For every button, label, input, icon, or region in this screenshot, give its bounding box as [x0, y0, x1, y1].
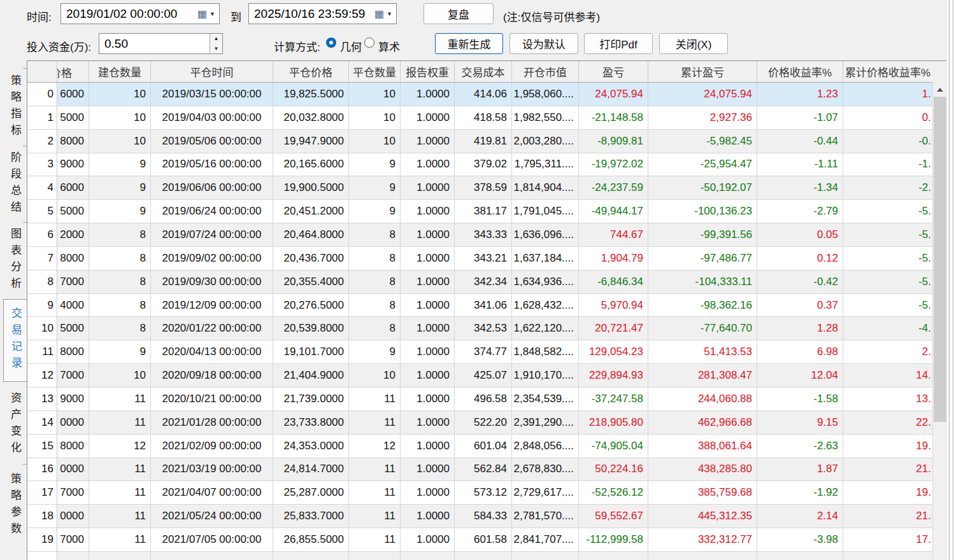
- geometric-radio[interactable]: [326, 38, 336, 48]
- calendar-icon[interactable]: ▦: [197, 8, 207, 20]
- column-header-9[interactable]: 盈亏: [579, 61, 648, 82]
- column-header-4[interactable]: 平仓价格: [273, 61, 349, 82]
- table-row[interactable]: 4600092019/06/06 00:00:0019,900.500091.0…: [27, 176, 932, 200]
- column-header-10[interactable]: 累计盈亏: [648, 61, 757, 82]
- table-row[interactable]: 127000102020/09/18 00:00:0021,404.900010…: [27, 364, 932, 388]
- cell: 2021/03/19 00:00:00: [151, 458, 273, 482]
- table-row[interactable]: 158000122021/02/09 00:00:0024,353.000012…: [27, 435, 932, 458]
- column-header-2[interactable]: 建仓数量: [89, 61, 151, 82]
- arithmetic-radio[interactable]: [364, 38, 374, 48]
- row-index[interactable]: 6: [27, 223, 57, 247]
- table-row[interactable]: 8700082019/09/30 00:00:0020,355.400081.0…: [27, 270, 932, 294]
- sidebar-tab-3[interactable]: 图表分析: [2, 224, 26, 298]
- table-row[interactable]: 7800082019/09/02 00:00:0020,436.700081.0…: [27, 247, 932, 270]
- row-index[interactable]: [27, 552, 57, 560]
- date-from-input[interactable]: 2019/01/02 00:00:00 ▦ ▼: [61, 3, 220, 24]
- table-row[interactable]: 160000112021/03/19 00:00:0024,814.700011…: [27, 458, 932, 482]
- date-to-input[interactable]: 2025/10/16 23:59:59 ▦ ▼: [248, 3, 397, 24]
- cell: 10: [89, 83, 151, 106]
- row-index[interactable]: 16: [27, 458, 57, 482]
- cell: 24,814.7000: [273, 458, 349, 482]
- row-index[interactable]: 4: [27, 176, 57, 200]
- replay-button[interactable]: 复盘: [424, 3, 494, 24]
- cell: 22.: [843, 411, 932, 435]
- column-header-6[interactable]: 报告权重: [401, 61, 455, 82]
- row-index[interactable]: 0: [27, 83, 57, 106]
- row-index[interactable]: 8: [27, 270, 57, 294]
- cell: 2019/03/15 00:00:00: [151, 83, 273, 106]
- cell: -5.: [843, 294, 932, 318]
- row-index[interactable]: 7: [27, 247, 57, 270]
- scrollbar-thumb[interactable]: [934, 97, 946, 422]
- cell: 1.87: [757, 458, 843, 482]
- cell: 1.0000: [401, 247, 455, 270]
- calendar-icon[interactable]: ▦: [374, 8, 384, 20]
- geometric-radio-label[interactable]: 几何: [340, 38, 362, 54]
- vertical-scrollbar[interactable]: [932, 83, 946, 560]
- cell: 10: [89, 130, 151, 153]
- table-row[interactable]: 6200082019/07/24 00:00:0020,464.800081.0…: [27, 223, 932, 247]
- row-index[interactable]: 13: [27, 388, 57, 411]
- sidebar-tab-5[interactable]: 资产变化: [2, 387, 26, 463]
- cell: 129,054.23: [579, 340, 648, 364]
- row-index[interactable]: 2: [27, 130, 57, 153]
- cell: 1.0000: [401, 364, 455, 388]
- column-header-12[interactable]: 累计价格收益率%: [843, 61, 932, 82]
- max-capital-spinbox[interactable]: 0.50 ▲ ▼: [99, 33, 223, 54]
- cell: 11: [89, 411, 151, 435]
- sidebar-tab-4[interactable]: 交易记录: [3, 299, 27, 382]
- table-row[interactable]: 9400082019/12/09 00:00:0020,276.500081.0…: [27, 294, 932, 318]
- column-header-11[interactable]: 价格收益率%: [757, 61, 843, 82]
- sidebar-tab-2[interactable]: 阶段总结: [2, 148, 26, 221]
- row-index[interactable]: 3: [27, 153, 57, 177]
- column-header-8[interactable]: 开仓市值: [512, 61, 579, 82]
- row-index[interactable]: 1: [27, 106, 57, 130]
- set-default-button[interactable]: 设为默认: [509, 33, 578, 54]
- table-row[interactable]: 177000112021/04/07 00:00:0025,287.000011…: [27, 481, 932, 505]
- print-pdf-button[interactable]: 打印Pdf: [584, 33, 653, 54]
- column-header-label: 报告权重: [406, 64, 449, 80]
- table-row[interactable]: 180000112021/05/24 00:00:0025,833.700011…: [27, 505, 932, 528]
- row-index[interactable]: 19: [27, 528, 57, 552]
- row-index[interactable]: 5: [27, 200, 57, 223]
- table-row[interactable]: 139000112020/10/21 00:00:0021,739.000011…: [27, 388, 932, 411]
- table-row[interactable]: 10500082020/01/22 00:00:0020,539.800081.…: [27, 317, 932, 340]
- cell: 0.05: [757, 223, 843, 247]
- close-button[interactable]: 关闭(X): [659, 33, 728, 54]
- cell: [349, 552, 401, 560]
- row-index[interactable]: 14: [27, 411, 57, 435]
- row-index[interactable]: 10: [27, 317, 57, 340]
- column-header-7[interactable]: 交易成本: [455, 61, 512, 82]
- chevron-down-icon[interactable]: ▼: [210, 11, 215, 17]
- cell: 496.58: [455, 388, 512, 411]
- table-row[interactable]: 197000112021/07/05 00:00:0026,855.500011…: [27, 528, 932, 552]
- table-row[interactable]: 3900092019/05/16 00:00:0020,165.600091.0…: [27, 153, 932, 177]
- row-index[interactable]: 18: [27, 505, 57, 528]
- table-row[interactable]: 11800092020/04/13 00:00:0019,101.700091.…: [27, 340, 932, 364]
- spin-down-icon[interactable]: ▼: [210, 44, 222, 54]
- cell: 59,552.67: [579, 505, 648, 528]
- cell: 522.20: [455, 411, 512, 435]
- chevron-down-icon[interactable]: ▼: [387, 11, 392, 17]
- table-row[interactable]: 28000102019/05/06 00:00:0019,947.9000101…: [27, 130, 932, 153]
- table-row[interactable]: 06000102019/03/15 00:00:0019,825.5000101…: [27, 83, 932, 106]
- column-header-3[interactable]: 平仓时间: [151, 61, 273, 82]
- corner-header-cell[interactable]: [27, 61, 57, 82]
- table-row[interactable]: 15000102019/04/03 00:00:0020,032.8000101…: [27, 106, 932, 130]
- arithmetic-radio-label[interactable]: 算术: [378, 38, 400, 54]
- table-row[interactable]: [27, 552, 932, 560]
- row-index[interactable]: 12: [27, 364, 57, 388]
- table-row[interactable]: 140000112021/01/28 00:00:0023,733.800011…: [27, 411, 932, 435]
- spin-up-icon[interactable]: ▲: [210, 34, 222, 44]
- sidebar-tab-6[interactable]: 策略参数: [2, 466, 26, 546]
- column-header-5[interactable]: 平仓数量: [349, 61, 401, 82]
- scroll-up-button[interactable]: [933, 83, 946, 97]
- column-header-1[interactable]: 价格: [57, 61, 89, 82]
- row-index[interactable]: 9: [27, 294, 57, 318]
- row-index[interactable]: 11: [27, 340, 57, 364]
- sidebar-tab-1[interactable]: 策略指标: [2, 70, 26, 145]
- regenerate-button[interactable]: 重新生成: [435, 33, 503, 54]
- row-index[interactable]: 17: [27, 481, 57, 505]
- table-row[interactable]: 5500092019/06/24 00:00:0020,451.200091.0…: [27, 200, 932, 223]
- row-index[interactable]: 15: [27, 435, 57, 458]
